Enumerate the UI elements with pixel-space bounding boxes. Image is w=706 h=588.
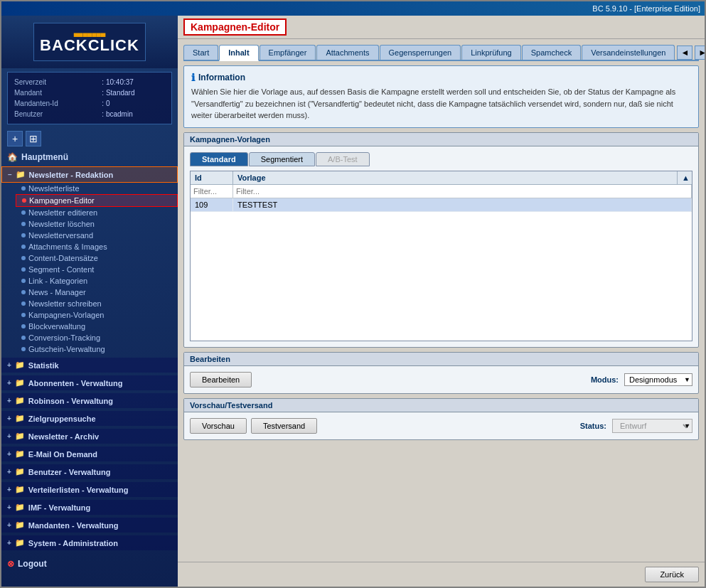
sidebar-tools: + ⊞ [1,128,178,149]
sidebar-item-gutschein-verwaltung[interactable]: Gutschein-Verwaltung [16,343,178,355]
tool-btn-1[interactable]: + [7,131,23,146]
filter-vorlage-input[interactable] [236,187,688,196]
content-datensaetze-label: Content-Datensätze [28,254,98,262]
testversand-button[interactable]: Testversand [251,418,317,434]
tab-linkpruefung[interactable]: Linkprüfung [461,45,521,60]
sidebar-item-newsletter-editieren[interactable]: Newsletter editieren [16,207,178,218]
mandanten-id-label: Mandanten-Id [13,99,99,108]
status-label: Status: [580,422,606,430]
status-select[interactable]: Entwurf Versandfertig [612,419,692,433]
sidebar-group-benutzer-header[interactable]: + 📁 Benutzer - Verwaltung [1,464,178,479]
folder-icon: 📁 [16,170,26,179]
tab-spamcheck[interactable]: Spamcheck [522,45,581,60]
main-window: BC 5.9.10 - [Enterprise Edition] ▄▄▄▄▄▄▄… [0,0,706,588]
tab-gegensperrungen[interactable]: Gegensperrungen [380,45,461,60]
mandant-label: Mandant [13,88,99,97]
sidebar-group-imf-header[interactable]: + 📁 IMF - Verwaltung [1,500,178,515]
benutzer-label: Benutzer [13,109,99,119]
benutzer-verwaltung-label: Benutzer - Verwaltung [28,468,111,476]
tab-attachments[interactable]: Attachments [316,45,378,60]
sidebar-group-statistik-header[interactable]: + 📁 Statistik [1,358,178,373]
sidebar-group-abonnenten: + 📁 Abonnenten - Verwaltung [1,375,178,390]
serverzeit-value: : 10:40:37 [100,77,166,87]
tab-empfaenger[interactable]: Empfänger [260,45,316,60]
sidebar-item-newsletter-schreiben[interactable]: Newsletter schreiben [16,298,178,309]
app-body: ▄▄▄▄▄▄▄ BACKCLICK Serverzeit: 10:40:37 M… [1,16,705,587]
sidebar-item-newsletterliste[interactable]: Newsletterliste [16,183,178,194]
bullet-icon [21,222,26,226]
newsletterliste-label: Newsletterliste [28,184,80,193]
sidebar-item-kampagnen-vorlagen[interactable]: Kampagnen-Vorlagen [16,309,178,321]
sidebar-item-blockverwaltung[interactable]: Blockverwaltung [16,321,178,332]
content-header: Kampagnen-Editor [178,16,705,39]
bullet-icon [21,301,26,306]
tab-inhalt[interactable]: Inhalt [219,45,258,61]
segment-content-label: Segment - Content [28,265,94,274]
sub-tabs: Standard Segmentiert A/B-Test [190,152,692,166]
tab-arrow-right[interactable]: ► [695,46,705,60]
sidebar-group-newsletter-header[interactable]: – 📁 Newsletter - Redaktion [1,166,178,183]
content-main: Start Inhalt Empfänger Attachments Gegen… [178,39,705,562]
sidebar-item-conversion-tracking[interactable]: Conversion-Tracking [16,332,178,343]
sidebar-group-newsletter-archiv-header[interactable]: + 📁 Newsletter - Archiv [1,429,178,444]
sub-tab-segmentiert[interactable]: Segmentiert [249,152,315,166]
status-row: Status: Entwurf Versandfertig ▼ [580,419,692,433]
email-on-demand-label: E-Mail On Demand [28,450,97,459]
sidebar-item-news-manager[interactable]: News - Manager [16,287,178,298]
bearbeiten-panel-inner: Bearbeiten Modus: Designmodus Quelltext … [184,366,698,393]
bullet-icon [21,245,26,249]
sidebar-item-hauptmenu[interactable]: 🏠 Hauptmenü [1,149,178,165]
folder-icon: 📁 [15,467,25,476]
conversion-tracking-label: Conversion-Tracking [28,333,100,342]
sidebar-group-robinson-header[interactable]: + 📁 Robinson - Verwaltung [1,393,178,408]
sidebar-item-link-kategorien[interactable]: Link - Kategorien [16,275,178,287]
sub-tab-standard[interactable]: Standard [190,152,248,166]
sidebar-group-zielgruppensuche-header[interactable]: + 📁 Zielgruppensuche [1,411,178,426]
folder-icon: 📁 [15,432,25,441]
sidebar-group-system-header[interactable]: + 📁 System - Administration [1,535,178,550]
bullet-icon [21,313,26,317]
gutschein-verwaltung-label: Gutschein-Verwaltung [28,345,105,353]
blockverwaltung-label: Blockverwaltung [28,322,85,331]
sidebar-item-logout[interactable]: ⊗ Logout [1,556,178,572]
bearbeiten-button[interactable]: Bearbeiten [190,372,252,387]
sidebar-item-kampagnen-editor[interactable]: Kampagnen-Editor [16,194,178,207]
newsletterversand-label: Newsletterversand [28,231,93,240]
modus-select[interactable]: Designmodus Quelltext [624,373,692,386]
content-area: Kampagnen-Editor Start Inhalt Empfänger … [178,16,705,587]
benutzer-value: : bcadmin [100,109,166,119]
sidebar-group-mandanten-header[interactable]: + 📁 Mandanten - Verwaltung [1,518,178,533]
version-info: BC 5.9.10 - [Enterprise Edition] [592,4,700,13]
tab-versandeinstellungen[interactable]: Versandeinstellungen [582,45,675,60]
tab-start[interactable]: Start [183,45,218,60]
abonnenten-label: Abonnenten - Verwaltung [28,379,123,387]
expand-icon: + [7,432,11,440]
folder-icon: 📁 [15,396,25,405]
newsletter-editieren-label: Newsletter editieren [28,208,97,217]
expand-icon: + [7,539,11,547]
sidebar-group-abonnenten-header[interactable]: + 📁 Abonnenten - Verwaltung [1,375,178,390]
modus-label: Modus: [591,375,619,384]
modus-select-wrapper: Designmodus Quelltext ▼ [624,373,692,386]
filter-id-input[interactable] [193,187,230,196]
folder-icon: 📁 [15,503,25,512]
tool-btn-2[interactable]: ⊞ [26,131,41,146]
sidebar-item-newsletter-loeschen[interactable]: Newsletter löschen [16,218,178,230]
sidebar-group-email-on-demand-header[interactable]: + 📁 E-Mail On Demand [1,447,178,461]
sidebar-item-newsletterversand[interactable]: Newsletterversand [16,230,178,241]
sidebar-group-verteilerlisten-header[interactable]: + 📁 Verteilerlisten - Verwaltung [1,482,178,497]
vorschau-panel-inner: Vorschau Testversand Status: Entwurf Ver… [184,412,698,439]
vorschau-button[interactable]: Vorschau [190,418,247,434]
vorschau-btn-group: Vorschau Testversand [190,418,317,434]
tab-arrow-left[interactable]: ◄ [677,46,692,60]
sidebar-group-newsletter-archiv: + 📁 Newsletter - Archiv [1,429,178,444]
sidebar-item-content-datensaetze[interactable]: Content-Datensätze [16,252,178,264]
zuruck-button[interactable]: Zurück [645,567,699,582]
table-row[interactable]: 109 TESTTEST [191,198,692,212]
expand-icon: + [7,486,11,493]
sidebar-group-verteilerlisten: + 📁 Verteilerlisten - Verwaltung [1,482,178,497]
sidebar-item-attachments-images[interactable]: Attachments & Images [16,241,178,252]
sidebar-item-segment-content[interactable]: Segment - Content [16,264,178,275]
bearbeiten-panel: Bearbeiten Bearbeiten Modus: Designmodus… [183,352,699,394]
bullet-icon [21,279,26,283]
